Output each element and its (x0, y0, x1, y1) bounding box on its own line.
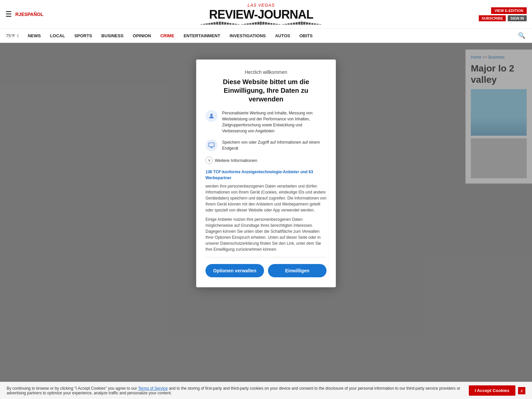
accept-cookies-button[interactable]: I Accept Cookies (469, 385, 515, 396)
modal-title: Diese Website bittet um die Einwilligung… (205, 77, 327, 103)
nav-item-opinion[interactable]: OPINION (128, 29, 156, 42)
view-edition-button[interactable]: VIEW E-EDITION (491, 7, 527, 14)
cookie-text-start: By continuing to browse or by clicking "… (7, 386, 138, 391)
consent-modal: Herzlich willkommen Diese Website bittet… (196, 60, 336, 287)
modal-item-text-1: Personalisierte Werbung und Inhalte, Mes… (222, 110, 327, 134)
person-icon (205, 110, 217, 122)
tcf-link[interactable]: 136 TCF-konforme Anzeigentechnologie-Anb… (205, 170, 313, 180)
subscribe-button[interactable]: SUBSCRIBE (479, 15, 506, 21)
moon-icon: ☾ (17, 33, 21, 38)
nav-item-sports[interactable]: SPORTS (69, 29, 96, 42)
logo-skyline: ▁▂▃▄▅▆▇█▇▆▅▄▃▂▁ ▁▂▃▄▅▆▇█▇▆▅▄▃▂▁ ▁▂▃▄▅▆▇█… (200, 22, 322, 26)
svg-point-0 (210, 114, 213, 116)
close-cookie-bar-button[interactable]: x (518, 387, 525, 394)
modal-greeting: Herzlich willkommen (205, 69, 327, 75)
agree-button[interactable]: Einwilligen (268, 264, 327, 277)
modal-item-personalization: Personalisierte Werbung und Inhalte, Mes… (205, 110, 327, 134)
modal-item-storage: Speichern von oder Zugriff auf Informati… (205, 139, 327, 151)
nav-item-investigations[interactable]: INVESTIGATIONS (225, 29, 270, 42)
rj-espanol-link[interactable]: RJESPAÑOL (15, 12, 44, 17)
logo-review-journal[interactable]: REVIEW-JOURNAL (200, 8, 322, 22)
nav-item-local[interactable]: LOCAL (46, 29, 70, 42)
navigation: 75°F ☾ NEWS LOCAL SPORTS BUSINESS OPINIO… (0, 28, 532, 43)
consent-text-2: Einige Anbieter nutzen Ihre personenbezo… (205, 216, 327, 252)
more-info-row[interactable]: ∨ Weitere Informationen (205, 157, 327, 164)
nav-item-entertainment[interactable]: ENTERTAINMENT (179, 29, 225, 42)
logo-las-vegas: LAS VEGAS (200, 3, 322, 8)
terms-of-service-link[interactable]: Terms of Service (138, 386, 168, 391)
svg-rect-1 (209, 143, 214, 147)
device-icon (205, 139, 217, 151)
consent-text-1: werden Ihre personenbezogenen Daten vera… (205, 183, 327, 213)
nav-item-business[interactable]: BUSINESS (97, 29, 128, 42)
nav-item-autos[interactable]: AUTOS (270, 29, 295, 42)
more-info-label: Weitere Informationen (215, 158, 257, 163)
signin-button[interactable]: SIGN IN (508, 15, 527, 21)
hamburger-icon[interactable]: ☰ (5, 10, 12, 19)
chevron-down-icon: ∨ (205, 157, 213, 164)
modal-item-text-2: Speichern von oder Zugriff auf Informati… (222, 139, 327, 151)
modal-divider (205, 257, 327, 257)
search-icon[interactable]: 🔍 (515, 29, 529, 43)
manage-options-button[interactable]: Optionen verwalten (205, 264, 264, 277)
nav-item-news[interactable]: NEWS (23, 29, 46, 42)
temperature: 75°F (6, 33, 15, 38)
header: ☰ RJESPAÑOL LAS VEGAS REVIEW-JOURNAL ▁▂▃… (0, 0, 532, 43)
cookie-bar: By continuing to browse or by clicking "… (0, 382, 532, 399)
nav-item-obits[interactable]: OBITS (295, 29, 317, 42)
nav-item-crime[interactable]: CRIME (156, 29, 179, 42)
